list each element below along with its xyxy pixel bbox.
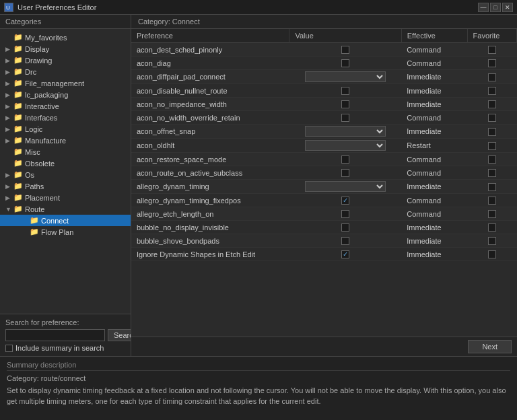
pref-checkbox[interactable]: [341, 169, 349, 177]
pref-favorite[interactable]: [467, 166, 516, 180]
pref-value[interactable]: [289, 111, 401, 125]
pref-value[interactable]: [289, 234, 401, 248]
sidebar-item-placement[interactable]: ▶ 📁 Placement: [0, 192, 131, 203]
pref-value[interactable]: [289, 221, 401, 234]
pref-effective: Immediate: [401, 180, 467, 194]
pref-checkbox[interactable]: [341, 46, 349, 54]
pref-checkbox[interactable]: [341, 197, 349, 205]
favorite-checkbox[interactable]: [488, 87, 496, 95]
maximize-button[interactable]: □: [490, 3, 501, 12]
favorite-checkbox[interactable]: [488, 250, 496, 258]
search-input[interactable]: [5, 329, 105, 341]
sidebar-item-drawing[interactable]: ▶ 📁 Drawing: [0, 55, 131, 66]
pref-checkbox[interactable]: [341, 223, 349, 232]
sidebar-item-interfaces[interactable]: ▶ 📁 Interfaces: [0, 112, 131, 123]
next-button[interactable]: Next: [468, 340, 512, 353]
favorite-checkbox[interactable]: [488, 197, 496, 205]
favorite-checkbox[interactable]: [488, 100, 496, 108]
sidebar-item-obsolete[interactable]: 📁 Obsolete: [0, 158, 131, 169]
pref-favorite[interactable]: [467, 153, 516, 166]
pref-value[interactable]: [289, 70, 401, 84]
table-row: acon_diagCommand: [131, 57, 517, 70]
favorite-checkbox[interactable]: [488, 73, 496, 81]
pref-value[interactable]: [289, 180, 401, 194]
close-button[interactable]: ✕: [502, 3, 513, 12]
pref-favorite[interactable]: [467, 248, 516, 261]
pref-value[interactable]: [289, 43, 401, 57]
table-row: acon_disable_nullnet_routeImmediate: [131, 84, 517, 98]
item-label: Drc: [25, 68, 36, 76]
pref-favorite[interactable]: [467, 194, 516, 207]
pref-value[interactable]: [289, 125, 401, 139]
favorite-checkbox[interactable]: [488, 128, 496, 136]
favorite-checkbox[interactable]: [488, 169, 496, 177]
sidebar-item-connect[interactable]: 📁 Connect: [0, 215, 131, 226]
pref-favorite[interactable]: [467, 43, 516, 57]
favorite-checkbox[interactable]: [488, 142, 496, 150]
pref-favorite[interactable]: [467, 98, 516, 111]
pref-value[interactable]: [289, 248, 401, 261]
pref-checkbox[interactable]: [341, 100, 349, 108]
pref-checkbox[interactable]: [341, 114, 349, 122]
sidebar-item-my_favorites[interactable]: 📁 My_favorites: [0, 32, 131, 43]
pref-favorite[interactable]: [467, 207, 516, 221]
favorite-checkbox[interactable]: [488, 223, 496, 232]
sidebar-item-misc[interactable]: 📁 Misc: [0, 146, 131, 158]
favorite-checkbox[interactable]: [488, 210, 496, 218]
pref-favorite[interactable]: [467, 125, 516, 139]
pref-value[interactable]: [289, 194, 401, 207]
pref-value[interactable]: [289, 166, 401, 180]
pref-value[interactable]: [289, 98, 401, 111]
sidebar-item-os[interactable]: ▶ 📁 Os: [0, 169, 131, 180]
favorite-checkbox[interactable]: [488, 183, 496, 191]
pref-favorite[interactable]: [467, 139, 516, 153]
table-row: acon_restore_space_modeCommand: [131, 153, 517, 166]
pref-favorite[interactable]: [467, 111, 516, 125]
sidebar-item-logic[interactable]: ▶ 📁 Logic: [0, 123, 131, 135]
pref-favorite[interactable]: [467, 70, 516, 84]
sidebar-item-lc_packaging[interactable]: ▶ 📁 lc_packaging: [0, 89, 131, 100]
sidebar-item-file_management[interactable]: ▶ 📁 File_management: [0, 77, 131, 89]
pref-checkbox[interactable]: [341, 87, 349, 95]
pref-favorite[interactable]: [467, 234, 516, 248]
pref-name: allegro_etch_length_on: [131, 207, 289, 221]
pref-favorite[interactable]: [467, 57, 516, 70]
app-icon: U: [4, 3, 13, 12]
pref-checkbox[interactable]: [341, 210, 349, 218]
favorite-checkbox[interactable]: [488, 155, 496, 164]
favorite-checkbox[interactable]: [488, 59, 496, 67]
item-label: My_favorites: [25, 34, 67, 42]
sidebar-item-display[interactable]: ▶ 📁 Display: [0, 43, 131, 55]
pref-favorite[interactable]: [467, 84, 516, 98]
pref-select[interactable]: [305, 126, 386, 137]
pref-checkbox[interactable]: [341, 155, 349, 164]
minimize-button[interactable]: —: [478, 3, 489, 12]
pref-checkbox[interactable]: [341, 237, 349, 245]
pref-value[interactable]: [289, 153, 401, 166]
favorite-checkbox[interactable]: [488, 46, 496, 54]
pref-select[interactable]: [305, 140, 386, 151]
include-summary-checkbox[interactable]: [5, 345, 13, 352]
item-label: Paths: [25, 182, 44, 190]
sidebar-item-route[interactable]: ▼ 📁 Route: [0, 203, 131, 215]
table-row: acon_route_on_active_subclassCommand: [131, 166, 517, 180]
pref-value[interactable]: [289, 84, 401, 98]
pref-checkbox[interactable]: [341, 250, 349, 258]
favorite-checkbox[interactable]: [488, 237, 496, 245]
sidebar-item-flow_plan[interactable]: 📁 Flow Plan: [0, 226, 131, 238]
sidebar-item-paths[interactable]: ▶ 📁 Paths: [0, 180, 131, 192]
pref-favorite[interactable]: [467, 180, 516, 194]
pref-favorite[interactable]: [467, 221, 516, 234]
favorite-checkbox[interactable]: [488, 114, 496, 122]
sidebar-item-interactive[interactable]: ▶ 📁 Interactive: [0, 100, 131, 112]
pref-value[interactable]: [289, 207, 401, 221]
pref-select[interactable]: [305, 71, 386, 82]
sidebar-item-drc[interactable]: ▶ 📁 Drc: [0, 66, 131, 77]
pref-value[interactable]: [289, 139, 401, 153]
pref-checkbox[interactable]: [341, 59, 349, 67]
pref-value[interactable]: [289, 57, 401, 70]
search-button[interactable]: Search: [108, 329, 131, 341]
folder-icon: 📁: [13, 67, 23, 76]
pref-select[interactable]: [305, 181, 386, 192]
sidebar-item-manufacture[interactable]: ▶ 📁 Manufacture: [0, 135, 131, 146]
